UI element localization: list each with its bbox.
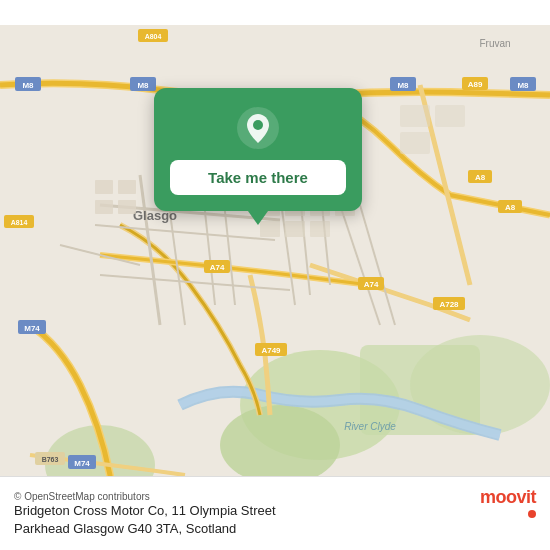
svg-text:A8: A8 <box>475 173 486 182</box>
svg-text:A728: A728 <box>439 300 459 309</box>
svg-text:A89: A89 <box>468 80 483 89</box>
svg-text:Fruvan: Fruvan <box>479 38 510 49</box>
svg-text:A814: A814 <box>11 219 28 226</box>
osm-credit: © OpenStreetMap contributors <box>14 491 276 502</box>
address-line2: Parkhead Glasgow G40 3TA, Scotland <box>14 520 276 538</box>
moovit-logo: moovit <box>480 487 536 518</box>
svg-text:M74: M74 <box>74 459 90 468</box>
bottom-bar: © OpenStreetMap contributors Bridgeton C… <box>0 476 550 550</box>
location-pin-icon <box>236 106 280 150</box>
svg-text:River Clyde: River Clyde <box>344 421 396 432</box>
svg-rect-56 <box>95 200 113 214</box>
svg-text:M8: M8 <box>137 81 149 90</box>
svg-text:M8: M8 <box>22 81 34 90</box>
svg-point-72 <box>253 120 263 130</box>
svg-rect-70 <box>400 132 430 154</box>
svg-text:A749: A749 <box>261 346 281 355</box>
address-line1: Bridgeton Cross Motor Co, 11 Olympia Str… <box>14 502 276 520</box>
svg-rect-68 <box>400 105 430 127</box>
svg-rect-69 <box>435 105 465 127</box>
svg-text:M8: M8 <box>517 81 529 90</box>
take-me-there-button[interactable]: Take me there <box>170 160 346 195</box>
svg-text:A74: A74 <box>364 280 379 289</box>
map-background: M8 M8 M8 M8 M74 M74 A8 A8 A89 A74 A74 A7… <box>0 0 550 550</box>
location-popup: Take me there <box>154 88 362 211</box>
map-container: M8 M8 M8 M8 M74 M74 A8 A8 A89 A74 A74 A7… <box>0 0 550 550</box>
svg-text:B763: B763 <box>42 456 59 463</box>
svg-rect-55 <box>118 180 136 194</box>
svg-text:A804: A804 <box>145 33 162 40</box>
svg-rect-57 <box>118 200 136 214</box>
svg-rect-54 <box>95 180 113 194</box>
svg-rect-64 <box>285 221 305 237</box>
svg-text:M74: M74 <box>24 324 40 333</box>
svg-text:A74: A74 <box>210 263 225 272</box>
moovit-logo-dot <box>528 510 536 518</box>
svg-point-2 <box>220 405 340 485</box>
svg-text:M8: M8 <box>397 81 409 90</box>
svg-text:A8: A8 <box>505 203 516 212</box>
svg-rect-67 <box>310 221 330 237</box>
moovit-logo-text: moovit <box>480 487 536 508</box>
